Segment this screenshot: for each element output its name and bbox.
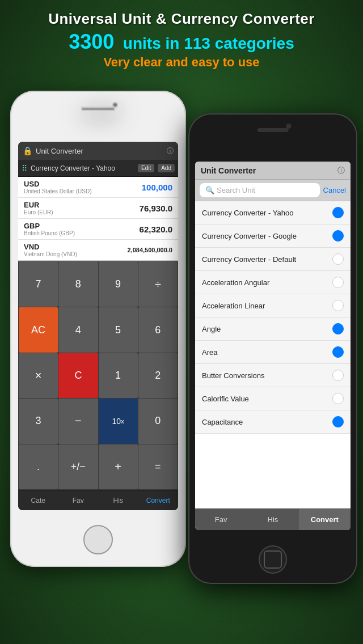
phone-white: 🔒 Unit Converter ⓘ ⠿ Currency Converter … — [10, 91, 186, 567]
list-item-google[interactable]: Currency Converter - Google — [195, 224, 351, 248]
currency-list: USD United States Dollar (USD) 100,000 E… — [18, 177, 178, 261]
key-ac[interactable]: AC — [19, 307, 58, 352]
key-plusminus[interactable]: +/− — [58, 444, 98, 489]
toggle-angle[interactable] — [332, 323, 344, 334]
search-icon: 🔍 — [205, 186, 214, 194]
unit-count: 3300 — [69, 30, 114, 53]
white-phone-speaker — [81, 107, 115, 111]
list-info-icon[interactable]: ⓘ — [337, 166, 345, 176]
dots-icon: ⠿ — [22, 164, 27, 173]
toggle-google[interactable] — [332, 230, 344, 242]
item-label-angle: Angle — [202, 325, 332, 333]
key-minus[interactable]: − — [58, 399, 98, 443]
add-button[interactable]: Add — [158, 164, 175, 172]
key-c[interactable]: C — [58, 353, 98, 398]
black-phone-camera — [286, 124, 292, 129]
item-label-butter: Butter Conversions — [202, 371, 332, 380]
key-2[interactable]: 2 — [138, 353, 178, 398]
key-8[interactable]: 8 — [58, 262, 98, 307]
search-placeholder: Search Unit — [217, 186, 255, 194]
list-topbar: Unit Converter ⓘ — [195, 162, 351, 180]
key-3[interactable]: 3 — [19, 399, 58, 443]
nav-cate[interactable]: Cate — [18, 490, 58, 510]
currency-row-usd[interactable]: USD United States Dollar (USD) 100,000 — [18, 177, 178, 198]
toggle-calorific[interactable] — [332, 393, 344, 404]
key-power[interactable]: 10x — [99, 399, 138, 443]
cancel-button[interactable]: Cancel — [323, 183, 346, 197]
keypad: 7 8 9 ÷ AC 4 5 6 × C 1 2 3 − 10x 0 . +/−… — [18, 261, 178, 490]
currency-info-usd: USD United States Dollar (USD) — [24, 180, 91, 194]
list-item-yahoo[interactable]: Currency Converter - Yahoo — [195, 201, 351, 224]
currency-info-eur: EUR Euro (EUR) — [24, 201, 53, 215]
list-item-area[interactable]: Area — [195, 341, 351, 364]
key-dot[interactable]: . — [19, 444, 58, 489]
currency-name-usd: United States Dollar (USD) — [24, 188, 91, 194]
toggle-default[interactable] — [332, 253, 344, 265]
list-item-capacitance[interactable]: Capacitance — [195, 410, 351, 434]
key-9[interactable]: 9 — [99, 262, 138, 307]
currency-row-vnd[interactable]: VND Vietnam Dong (VND) 2,084,500,000.0 — [18, 240, 178, 261]
list-item-accel-linear[interactable]: Acceleration Linear — [195, 294, 351, 317]
toggle-butter[interactable] — [332, 370, 344, 381]
item-label-default: Currency Converter - Default — [202, 255, 332, 264]
header-title: Universal Unit & Currency Converter — [0, 10, 363, 28]
key-divide[interactable]: ÷ — [138, 262, 178, 307]
nav-convert[interactable]: Convert — [138, 490, 179, 510]
list-item-default[interactable]: Currency Converter - Default — [195, 248, 351, 271]
black-bottom-bar: Fav His Convert — [195, 509, 351, 530]
toggle-accel-linear[interactable] — [332, 300, 344, 311]
nav-fav[interactable]: Fav — [58, 490, 99, 510]
info-icon[interactable]: ⓘ — [167, 146, 174, 156]
key-6[interactable]: 6 — [138, 307, 178, 352]
currency-name-eur: Euro (EUR) — [24, 209, 53, 215]
currency-code-gbp: GBP — [24, 222, 75, 230]
bottom-nav: Cate Fav His Convert — [18, 490, 178, 510]
currency-row-eur[interactable]: EUR Euro (EUR) 76,930.0 — [18, 198, 178, 219]
tab-his[interactable]: His — [247, 509, 298, 530]
white-phone-camera — [112, 102, 118, 108]
currency-code-usd: USD — [24, 180, 91, 188]
key-0[interactable]: 0 — [138, 399, 178, 443]
header-subtitle2: Very clear and easy to use — [0, 55, 363, 70]
currency-value-gbp: 62,320.0 — [140, 224, 172, 234]
black-phone-speaker — [258, 128, 289, 132]
key-multiply[interactable]: × — [19, 353, 58, 398]
toggle-capacitance[interactable] — [332, 416, 344, 427]
nav-his[interactable]: His — [98, 490, 138, 510]
currency-name-gbp: British Pound (GBP) — [24, 230, 75, 236]
list-screen: Unit Converter ⓘ 🔍 Search Unit Cancel Cu… — [195, 162, 351, 530]
white-home-button[interactable] — [83, 525, 113, 554]
list-item-accel-angular[interactable]: Acceleration Angular — [195, 271, 351, 294]
key-plus[interactable]: + — [99, 444, 138, 489]
unit-count-suffix: units in 113 categories — [114, 35, 294, 52]
list-item-calorific[interactable]: Calorific Value — [195, 387, 351, 410]
list-item-butter[interactable]: Butter Conversions — [195, 364, 351, 387]
category-bar: ⠿ Currency Converter - Yahoo Edit Add — [18, 160, 178, 177]
item-label-accel-angular: Acceleration Angular — [202, 278, 332, 287]
edit-button[interactable]: Edit — [138, 164, 154, 172]
currency-value-vnd: 2,084,500,000.0 — [127, 247, 172, 253]
key-4[interactable]: 4 — [58, 307, 98, 352]
key-5[interactable]: 5 — [99, 307, 138, 352]
currency-value-eur: 76,930.0 — [140, 204, 172, 213]
currency-name-vnd: Vietnam Dong (VND) — [24, 251, 77, 257]
app-title: Unit Converter — [36, 147, 163, 155]
list-item-angle[interactable]: Angle — [195, 317, 351, 341]
tab-convert[interactable]: Convert — [299, 509, 351, 530]
search-input-container[interactable]: 🔍 Search Unit — [200, 183, 320, 197]
item-label-calorific: Calorific Value — [202, 395, 332, 403]
key-7[interactable]: 7 — [19, 262, 58, 307]
key-1[interactable]: 1 — [99, 353, 138, 398]
toggle-accel-angular[interactable] — [332, 277, 344, 288]
black-home-button[interactable] — [259, 545, 287, 574]
key-equals[interactable]: = — [138, 444, 178, 489]
phone-black: Unit Converter ⓘ 🔍 Search Unit Cancel Cu… — [188, 113, 357, 584]
toggle-area[interactable] — [332, 346, 344, 358]
black-home-button-inner — [264, 550, 282, 569]
app-topbar: 🔒 Unit Converter ⓘ — [18, 142, 178, 160]
toggle-yahoo[interactable] — [332, 207, 344, 218]
list-title: Unit Converter — [201, 166, 256, 175]
currency-row-gbp[interactable]: GBP British Pound (GBP) 62,320.0 — [18, 219, 178, 240]
app-screen: 🔒 Unit Converter ⓘ ⠿ Currency Converter … — [18, 142, 178, 510]
tab-fav[interactable]: Fav — [195, 509, 247, 530]
